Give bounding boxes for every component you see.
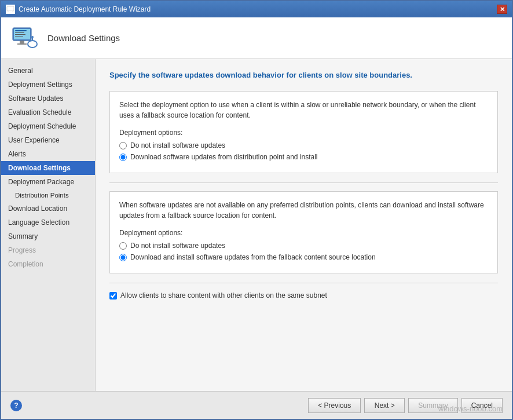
section2-option2[interactable]: Download and install software updates fr…: [119, 253, 488, 261]
svg-point-9: [31, 36, 34, 38]
share-content-option[interactable]: Allow clients to share content with othe…: [109, 291, 498, 300]
radio-download-distribution-label: Download software updates from distribut…: [130, 153, 318, 161]
wizard-header: Download Settings: [1, 17, 512, 59]
svg-point-7: [28, 41, 37, 48]
svg-rect-13: [15, 36, 23, 36]
footer-left: ?: [10, 400, 22, 411]
close-button[interactable]: ✕: [497, 5, 507, 14]
content-title: Specify the software updates download be…: [109, 71, 498, 79]
title-bar-app-icon: [6, 5, 15, 14]
svg-rect-5: [20, 41, 24, 43]
section1-description: Select the deployment option to use when…: [119, 100, 488, 120]
radio-fallback-location[interactable]: [119, 254, 127, 261]
sidebar-item-download-settings[interactable]: Download Settings: [1, 161, 95, 175]
title-bar-left: Create Automatic Deployment Rule Wizard: [6, 5, 151, 14]
radio-no-install-1-label: Do not install software updates: [130, 141, 225, 149]
sidebar-item-deployment-package[interactable]: Deployment Package: [1, 175, 95, 189]
svg-rect-11: [15, 32, 24, 33]
footer-right: < Previous Next > Summary Cancel: [308, 398, 503, 413]
section1-box: Select the deployment option to use when…: [109, 91, 498, 173]
sidebar-item-progress: Progress: [1, 243, 95, 257]
svg-rect-12: [15, 34, 25, 35]
sidebar-item-deployment-settings[interactable]: Deployment Settings: [1, 78, 95, 92]
next-button[interactable]: Next >: [364, 398, 405, 413]
section1-options-label: Deployment options:: [119, 129, 488, 137]
radio-no-install-1[interactable]: [119, 142, 127, 149]
svg-rect-0: [7, 6, 14, 11]
sidebar-item-download-location[interactable]: Download Location: [1, 202, 95, 216]
sidebar-item-distribution-points[interactable]: Distribution Points: [1, 189, 95, 202]
svg-rect-10: [15, 30, 27, 31]
wizard-window: Create Automatic Deployment Rule Wizard …: [0, 0, 513, 420]
sidebar-item-general[interactable]: General: [1, 64, 95, 78]
sidebar-item-deployment-schedule[interactable]: Deployment Schedule: [1, 119, 95, 133]
radio-fallback-location-label: Download and install software updates fr…: [130, 253, 376, 261]
sidebar-item-summary[interactable]: Summary: [1, 229, 95, 243]
section2-option1[interactable]: Do not install software updates: [119, 242, 488, 250]
title-bar: Create Automatic Deployment Rule Wizard …: [1, 1, 512, 17]
radio-download-distribution[interactable]: [119, 154, 127, 161]
content-area: Specify the software updates download be…: [96, 59, 512, 391]
section1-option2[interactable]: Download software updates from distribut…: [119, 153, 488, 161]
sidebar-item-user-experience[interactable]: User Experience: [1, 133, 95, 147]
sidebar-item-completion: Completion: [1, 257, 95, 271]
svg-rect-6: [17, 43, 27, 45]
divider: [109, 182, 498, 183]
radio-no-install-2[interactable]: [119, 242, 127, 250]
wizard-footer: ? < Previous Next > Summary Cancel: [1, 391, 512, 419]
wizard-body: General Deployment Settings Software Upd…: [1, 59, 512, 391]
section1-option1[interactable]: Do not install software updates: [119, 141, 488, 149]
share-content-label: Allow clients to share content with othe…: [120, 291, 327, 300]
divider-2: [109, 283, 498, 283]
section2-options-label: Deployment options:: [119, 229, 488, 237]
radio-no-install-2-label: Do not install software updates: [130, 242, 225, 250]
section2-description: When software updates are not available …: [119, 200, 488, 221]
sidebar-item-alerts[interactable]: Alerts: [1, 147, 95, 161]
sidebar-item-software-updates[interactable]: Software Updates: [1, 92, 95, 105]
share-content-checkbox[interactable]: [109, 292, 117, 300]
svg-rect-1: [9, 11, 12, 12]
summary-button[interactable]: Summary: [408, 398, 457, 413]
sidebar-item-language-selection[interactable]: Language Selection: [1, 216, 95, 229]
sidebar-item-evaluation-schedule[interactable]: Evaluation Schedule: [1, 105, 95, 119]
title-bar-text: Create Automatic Deployment Rule Wizard: [19, 5, 151, 13]
section2-box: When software updates are not available …: [109, 191, 498, 273]
svg-rect-2: [8, 12, 13, 13]
header-icon: [10, 24, 38, 52]
wizard-header-title: Download Settings: [47, 33, 120, 43]
help-button[interactable]: ?: [10, 400, 22, 411]
sidebar: General Deployment Settings Software Upd…: [1, 59, 96, 391]
previous-button[interactable]: < Previous: [308, 398, 361, 413]
cancel-button[interactable]: Cancel: [461, 398, 503, 413]
